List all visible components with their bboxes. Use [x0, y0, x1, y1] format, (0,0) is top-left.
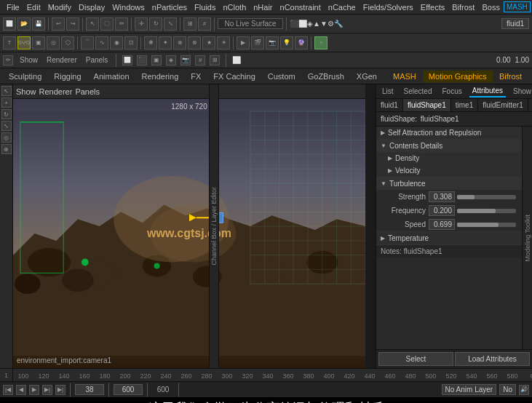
panels-label[interactable]: Panels: [84, 56, 111, 64]
fluid-name-display[interactable]: fluid1: [501, 18, 529, 29]
prev-frame-icon[interactable]: ◀: [16, 385, 26, 395]
tab-motion-graphics[interactable]: Motion Graphics: [423, 71, 493, 82]
poly-icon[interactable]: ▣: [32, 36, 45, 49]
left-select-icon[interactable]: ↖: [1, 86, 12, 96]
render1-icon[interactable]: ▶: [237, 36, 250, 49]
light-icon[interactable]: 💡: [280, 36, 293, 49]
save-icon[interactable]: 💾: [32, 17, 45, 31]
paint-icon[interactable]: ✏: [115, 17, 128, 31]
deform4-icon[interactable]: ⊗: [188, 36, 201, 49]
tab-bifrost[interactable]: Bifrost: [493, 71, 528, 82]
tab-xgen[interactable]: XGen: [351, 71, 383, 82]
left-rotate-icon[interactable]: ↻: [1, 109, 12, 119]
rpanel-tab-selected[interactable]: Selected: [401, 86, 435, 97]
deform5-icon[interactable]: ★: [202, 36, 215, 49]
tab-sculpting[interactable]: Sculpting: [3, 71, 47, 82]
lasso-icon[interactable]: 〇: [100, 17, 114, 31]
viewport-area[interactable]: Show Renderer Panels: [13, 84, 365, 368]
rpanel-tab-focus[interactable]: Focus: [439, 86, 464, 97]
vp-panels[interactable]: Panels: [75, 87, 100, 96]
deform6-icon[interactable]: ☀: [217, 36, 230, 49]
vp-renderer[interactable]: Renderer: [39, 87, 73, 96]
section-contents-header[interactable]: ▼ Contents Details: [376, 140, 522, 152]
bend-icon[interactable]: ⌒: [81, 36, 94, 49]
render2-icon[interactable]: 🎬: [251, 36, 264, 49]
tool1-icon[interactable]: T: [3, 36, 16, 49]
menu-nparticles[interactable]: nParticles: [148, 3, 191, 12]
menu-nconstraint[interactable]: nConstraint: [277, 3, 325, 12]
twist-icon[interactable]: ∿: [95, 36, 108, 49]
anim-layer-btn[interactable]: No Anim Layer: [442, 384, 497, 395]
menu-display[interactable]: Display: [75, 3, 108, 12]
tab-custom[interactable]: Custom: [262, 71, 301, 82]
mat-icon[interactable]: 🔮: [295, 36, 308, 49]
no-live-surface-btn[interactable]: No Live Surface: [218, 18, 283, 29]
menu-ncache[interactable]: nCache: [325, 3, 360, 12]
play-end-icon[interactable]: ▶|: [55, 385, 65, 395]
frequency-value[interactable]: [429, 205, 455, 216]
viewport-pencil-icon[interactable]: ✏: [3, 55, 13, 65]
sub-icon[interactable]: ⬡: [61, 36, 74, 49]
grid-toggle-icon[interactable]: #: [195, 55, 205, 65]
menu-effects[interactable]: Effects: [417, 3, 448, 12]
rpanel-tab-show[interactable]: Show: [510, 86, 532, 97]
next-frame-icon[interactable]: ▶|: [42, 385, 52, 395]
menu-edit[interactable]: Edit: [23, 3, 44, 12]
menu-ncloth[interactable]: nCloth: [219, 3, 250, 12]
audio-icon[interactable]: 🔊: [519, 385, 529, 395]
no-btn[interactable]: No: [499, 384, 516, 395]
tab-animation[interactable]: Animation: [88, 71, 135, 82]
tab-rendering[interactable]: Rendering: [136, 71, 185, 82]
show-label[interactable]: Show: [17, 56, 40, 64]
select-icon[interactable]: ↖: [86, 17, 99, 31]
left-move-icon[interactable]: +: [1, 97, 12, 108]
attr-tab-time1[interactable]: time1: [451, 99, 478, 111]
menu-mash[interactable]: MASH: [504, 1, 531, 12]
speed-value[interactable]: [429, 219, 455, 230]
menu-fluids[interactable]: Fluids: [191, 3, 219, 12]
plus-icon[interactable]: +: [314, 36, 327, 49]
menu-bifrost[interactable]: Bifrost: [448, 3, 478, 12]
snap-icon[interactable]: ⊞: [183, 17, 196, 31]
svg-icon[interactable]: SVG: [17, 36, 31, 49]
select-btn[interactable]: Select: [378, 352, 453, 366]
wireframe-icon[interactable]: ⬜: [122, 55, 132, 65]
timeline-ruler[interactable]: 100 120 140 160 180 200 220 240 260 280 …: [13, 369, 532, 381]
tab-gozbrush[interactable]: GoZBrush: [302, 71, 350, 82]
tab-arnold[interactable]: Arnold: [528, 71, 532, 82]
menu-boss[interactable]: Boss: [478, 3, 503, 12]
play-icon[interactable]: ▶: [29, 385, 39, 395]
menu-file[interactable]: File: [3, 3, 23, 12]
snap2-icon[interactable]: ⊞: [210, 55, 220, 65]
rpanel-tab-list[interactable]: List: [379, 86, 397, 97]
lighting-icon[interactable]: ◈: [166, 55, 176, 65]
load-attributes-btn[interactable]: Load Attributes: [455, 352, 530, 366]
deform2-icon[interactable]: ✦: [159, 36, 172, 49]
deform3-icon[interactable]: ⊕: [173, 36, 186, 49]
extrude-icon[interactable]: ⊡: [124, 36, 138, 49]
textured-icon[interactable]: ▣: [151, 55, 162, 65]
redo-icon[interactable]: ↪: [66, 17, 79, 31]
section-self-attraction-header[interactable]: ▶ Self Attraction and Repulsion: [376, 127, 522, 139]
menu-nhair[interactable]: nHair: [250, 3, 276, 12]
left-scale-icon[interactable]: ⤡: [1, 121, 12, 131]
shaded-icon[interactable]: ⬛: [137, 55, 147, 65]
section-density-header[interactable]: ▶ Density: [376, 152, 522, 164]
strength-value[interactable]: [429, 191, 455, 202]
grid-icon[interactable]: #: [198, 17, 211, 31]
deform1-icon[interactable]: ❋: [144, 36, 157, 49]
menu-modify[interactable]: Modify: [44, 3, 75, 12]
strength-slider[interactable]: [457, 195, 516, 199]
smooth-icon[interactable]: ◉: [110, 36, 123, 49]
tab-rigging[interactable]: Rigging: [48, 71, 87, 82]
menu-fields[interactable]: Fields/Solvers: [360, 3, 417, 12]
attr-tab-fluidshape1[interactable]: fluidShape1: [403, 99, 451, 111]
nurbs-icon[interactable]: ◎: [47, 36, 60, 49]
attr-tab-fluidemitter1[interactable]: fluidEmitter1: [478, 99, 528, 111]
camera-icon[interactable]: 📷: [180, 55, 191, 65]
current-frame-input[interactable]: [75, 384, 104, 395]
rotate-icon[interactable]: ↻: [149, 17, 162, 31]
play-start-icon[interactable]: |◀: [3, 385, 13, 395]
move-icon[interactable]: ✛: [135, 17, 148, 31]
tab-fxcaching[interactable]: FX Caching: [207, 71, 261, 82]
